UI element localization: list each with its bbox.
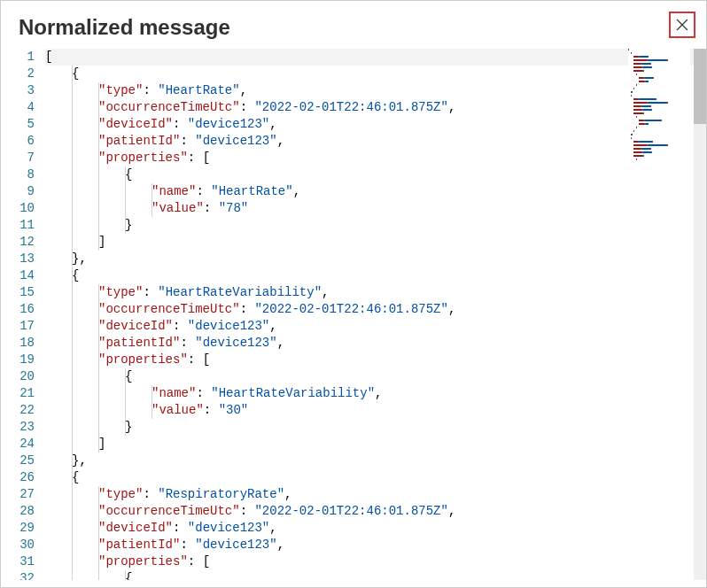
code-line: ] [45,234,706,251]
minimap-line [628,116,690,119]
line-number: 12 [1,234,35,251]
minimap-line [628,155,690,158]
line-number: 29 [1,520,35,537]
code-line: { [45,469,706,486]
code-line: } [45,419,706,436]
code-line: { [45,368,706,385]
line-number-gutter: 1234567891011121314151617181920212223242… [1,49,45,580]
minimap-line [628,59,690,62]
code-line: "patientId": "device123", [45,537,706,553]
line-number: 20 [1,368,35,385]
code-line: "deviceId": "device123", [45,520,706,537]
code-line: "name": "HeartRate", [45,183,706,200]
code-line: "occurrenceTimeUtc": "2022-02-01T22:46:0… [45,503,706,520]
code-line: "type": "HeartRate", [45,82,706,99]
minimap-line [628,123,690,126]
line-number: 2 [1,66,35,82]
code-line: "properties": [ [45,553,706,570]
code-line: }, [45,251,706,267]
line-number: 14 [1,267,35,284]
line-number: 25 [1,453,35,469]
line-number: 27 [1,486,35,503]
code-line: "deviceId": "device123", [45,318,706,335]
code-line: [ [45,49,706,66]
line-number: 31 [1,553,35,570]
minimap-line [628,88,690,90]
minimap-line [628,148,690,151]
dialog-title: Normalized message [19,15,230,40]
minimap-line [628,159,690,161]
line-number: 24 [1,436,35,453]
line-number: 28 [1,503,35,520]
line-number: 21 [1,385,35,402]
code-line: { [45,267,706,284]
line-number: 8 [1,166,35,183]
line-number: 9 [1,183,35,200]
vertical-scrollbar[interactable] [694,49,706,580]
code-line: } [45,217,706,234]
minimap-line [628,49,690,51]
code-line: "properties": [ [45,150,706,166]
line-number: 7 [1,150,35,166]
minimap-line [628,112,690,115]
minimap-line [628,95,690,97]
line-number: 6 [1,133,35,150]
code-editor[interactable]: 1234567891011121314151617181920212223242… [1,49,706,580]
minimap-line [628,84,690,87]
code-line: "patientId": "device123", [45,133,706,150]
minimap-line [628,105,690,108]
code-line: { [45,570,706,580]
code-line: "value": "30" [45,402,706,419]
minimap[interactable] [628,49,690,580]
line-number: 16 [1,301,35,318]
code-line: "occurrenceTimeUtc": "2022-02-01T22:46:0… [45,99,706,116]
line-number: 22 [1,402,35,419]
line-number: 5 [1,116,35,133]
minimap-line [628,130,690,133]
minimap-line [628,56,690,58]
minimap-line [628,66,690,69]
code-line: "type": "HeartRateVariability", [45,284,706,301]
code-line: { [45,166,706,183]
line-number: 10 [1,200,35,217]
minimap-line [628,63,690,66]
minimap-line [628,137,690,140]
minimap-line [628,81,690,83]
close-button[interactable] [669,12,695,38]
minimap-line [628,98,690,101]
code-content[interactable]: [{"type": "HeartRate","occurrenceTimeUtc… [45,49,706,580]
code-line: "name": "HeartRateVariability", [45,385,706,402]
minimap-line [628,52,690,55]
dialog-header: Normalized message [1,1,706,49]
code-line: "properties": [ [45,352,706,368]
code-line: "value": "78" [45,200,706,217]
line-number: 1 [1,49,35,66]
minimap-line [628,127,690,129]
minimap-line [628,141,690,143]
minimap-line [628,109,690,112]
code-line: "patientId": "device123", [45,335,706,352]
minimap-line [628,151,690,154]
line-number: 26 [1,469,35,486]
minimap-line [628,134,690,136]
minimap-line [628,102,690,104]
code-line: "type": "RespiratoryRate", [45,486,706,503]
minimap-line [628,74,690,76]
close-icon [676,19,688,31]
line-number: 18 [1,335,35,352]
line-number: 13 [1,251,35,267]
line-number: 4 [1,99,35,116]
minimap-line [628,120,690,122]
scrollbar-thumb[interactable] [694,49,706,124]
line-number: 23 [1,419,35,436]
line-number: 17 [1,318,35,335]
code-line: "occurrenceTimeUtc": "2022-02-01T22:46:0… [45,301,706,318]
line-number: 30 [1,537,35,553]
code-line: }, [45,453,706,469]
minimap-line [628,77,690,80]
line-number: 15 [1,284,35,301]
line-number: 32 [1,570,35,580]
minimap-line [628,144,690,147]
code-line: ] [45,436,706,453]
code-line: "deviceId": "device123", [45,116,706,133]
